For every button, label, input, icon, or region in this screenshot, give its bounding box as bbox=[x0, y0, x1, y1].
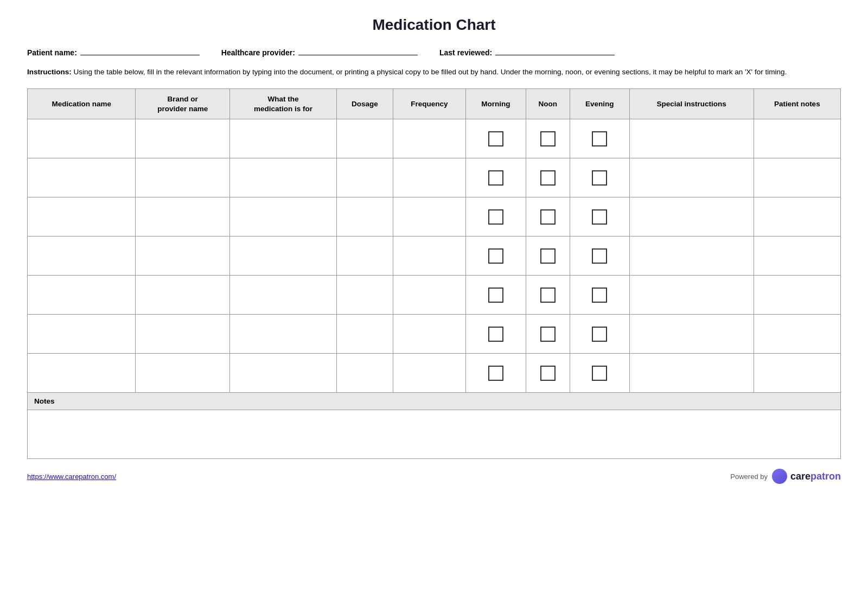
table-cell[interactable] bbox=[336, 315, 393, 354]
table-cell[interactable] bbox=[28, 354, 136, 393]
table-cell[interactable] bbox=[754, 276, 840, 315]
morning-checkbox[interactable] bbox=[488, 327, 503, 342]
last-reviewed-field: Last reviewed: bbox=[439, 47, 615, 57]
noon-checkbox[interactable] bbox=[540, 170, 556, 186]
footer-right: Powered by carepatron bbox=[730, 469, 841, 484]
table-cell[interactable] bbox=[629, 197, 754, 237]
table-cell[interactable] bbox=[393, 315, 465, 354]
table-cell[interactable] bbox=[336, 197, 393, 237]
table-cell[interactable] bbox=[229, 119, 336, 158]
morning-checkbox[interactable] bbox=[488, 288, 503, 303]
table-cell[interactable] bbox=[393, 354, 465, 393]
notes-content[interactable] bbox=[28, 410, 841, 459]
evening-checkbox[interactable] bbox=[592, 327, 607, 342]
col-header-medication-name: Medication name bbox=[28, 89, 136, 119]
noon-checkbox[interactable] bbox=[540, 209, 556, 225]
table-cell[interactable] bbox=[336, 237, 393, 276]
morning-checkbox[interactable] bbox=[488, 131, 503, 146]
col-header-frequency: Frequency bbox=[393, 89, 465, 119]
table-cell[interactable] bbox=[336, 158, 393, 197]
table-cell[interactable] bbox=[754, 197, 840, 237]
table-cell[interactable] bbox=[136, 119, 229, 158]
patient-name-line[interactable] bbox=[80, 47, 200, 55]
table-row bbox=[28, 158, 841, 197]
last-reviewed-line[interactable] bbox=[495, 47, 615, 55]
provider-line[interactable] bbox=[298, 47, 418, 55]
morning-checkbox[interactable] bbox=[488, 170, 503, 186]
noon-checkbox[interactable] bbox=[540, 131, 556, 146]
morning-checkbox[interactable] bbox=[488, 209, 503, 225]
table-cell[interactable] bbox=[629, 354, 754, 393]
provider-label: Healthcare provider: bbox=[221, 48, 295, 57]
table-row bbox=[28, 276, 841, 315]
evening-checkbox[interactable] bbox=[592, 366, 607, 381]
table-cell[interactable] bbox=[754, 158, 840, 197]
table-cell[interactable] bbox=[629, 158, 754, 197]
table-cell[interactable] bbox=[629, 237, 754, 276]
noon-checkbox[interactable] bbox=[540, 327, 556, 342]
col-header-morning: Morning bbox=[466, 89, 526, 119]
table-cell[interactable] bbox=[393, 276, 465, 315]
evening-checkbox[interactable] bbox=[592, 248, 607, 264]
footer: https://www.carepatron.com/ Powered by c… bbox=[27, 469, 841, 484]
noon-checkbox-cell bbox=[526, 315, 570, 354]
morning-checkbox[interactable] bbox=[488, 248, 503, 264]
noon-checkbox[interactable] bbox=[540, 366, 556, 381]
table-cell[interactable] bbox=[136, 237, 229, 276]
table-cell[interactable] bbox=[393, 197, 465, 237]
table-cell[interactable] bbox=[28, 119, 136, 158]
notes-label: Notes bbox=[28, 393, 841, 410]
table-cell[interactable] bbox=[229, 158, 336, 197]
table-cell[interactable] bbox=[28, 197, 136, 237]
table-cell[interactable] bbox=[629, 119, 754, 158]
patient-info-row: Patient name: Healthcare provider: Last … bbox=[27, 47, 841, 57]
table-cell[interactable] bbox=[229, 276, 336, 315]
col-header-patient-notes: Patient notes bbox=[754, 89, 840, 119]
table-cell[interactable] bbox=[336, 119, 393, 158]
table-cell[interactable] bbox=[336, 276, 393, 315]
evening-checkbox-cell bbox=[570, 354, 629, 393]
table-cell[interactable] bbox=[393, 158, 465, 197]
table-cell[interactable] bbox=[136, 354, 229, 393]
table-row bbox=[28, 237, 841, 276]
table-cell[interactable] bbox=[754, 354, 840, 393]
morning-checkbox-cell bbox=[466, 354, 526, 393]
noon-checkbox[interactable] bbox=[540, 288, 556, 303]
table-cell[interactable] bbox=[754, 237, 840, 276]
morning-checkbox-cell bbox=[466, 237, 526, 276]
table-cell[interactable] bbox=[629, 276, 754, 315]
morning-checkbox-cell bbox=[466, 119, 526, 158]
noon-checkbox-cell bbox=[526, 197, 570, 237]
table-cell[interactable] bbox=[28, 158, 136, 197]
carepatron-brand-text: carepatron bbox=[790, 471, 841, 482]
instructions-block: Instructions: Using the table below, fil… bbox=[27, 67, 841, 78]
morning-checkbox[interactable] bbox=[488, 366, 503, 381]
table-cell[interactable] bbox=[28, 276, 136, 315]
table-cell[interactable] bbox=[754, 119, 840, 158]
table-cell[interactable] bbox=[136, 158, 229, 197]
table-cell[interactable] bbox=[136, 315, 229, 354]
table-cell[interactable] bbox=[393, 237, 465, 276]
medication-table: Medication name Brand orprovider name Wh… bbox=[27, 88, 841, 459]
table-cell[interactable] bbox=[229, 237, 336, 276]
table-cell[interactable] bbox=[28, 237, 136, 276]
noon-checkbox[interactable] bbox=[540, 248, 556, 264]
table-cell[interactable] bbox=[229, 354, 336, 393]
table-cell[interactable] bbox=[28, 315, 136, 354]
footer-link[interactable]: https://www.carepatron.com/ bbox=[27, 472, 116, 481]
table-cell[interactable] bbox=[136, 197, 229, 237]
table-cell[interactable] bbox=[393, 119, 465, 158]
noon-checkbox-cell bbox=[526, 237, 570, 276]
evening-checkbox[interactable] bbox=[592, 170, 607, 186]
table-cell[interactable] bbox=[336, 354, 393, 393]
evening-checkbox[interactable] bbox=[592, 209, 607, 225]
table-cell[interactable] bbox=[229, 197, 336, 237]
evening-checkbox[interactable] bbox=[592, 288, 607, 303]
table-cell[interactable] bbox=[136, 276, 229, 315]
evening-checkbox[interactable] bbox=[592, 131, 607, 146]
table-cell[interactable] bbox=[754, 315, 840, 354]
patient-name-field: Patient name: bbox=[27, 47, 200, 57]
table-cell[interactable] bbox=[229, 315, 336, 354]
noon-checkbox-cell bbox=[526, 276, 570, 315]
table-cell[interactable] bbox=[629, 315, 754, 354]
